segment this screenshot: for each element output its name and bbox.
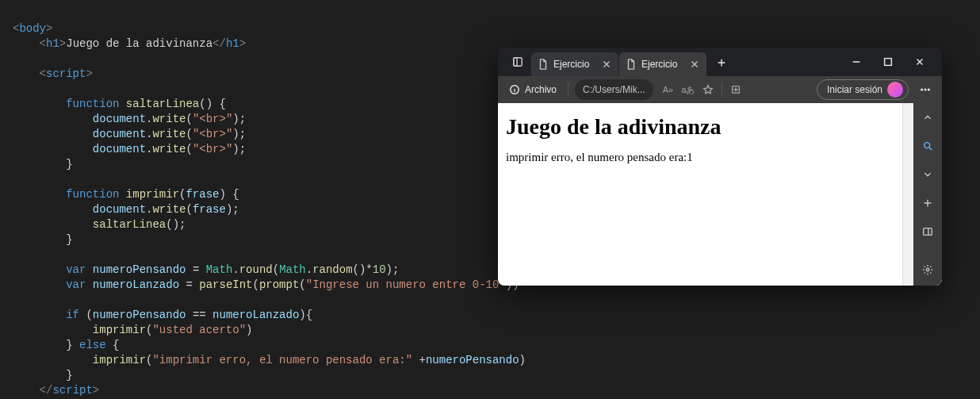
window-minimize-button[interactable] [840,51,872,73]
page-body-text: imprimir erro, el numero pensado era:1 [506,151,894,164]
edge-sidebar [913,103,942,286]
signin-label: Iniciar sesión [827,84,882,95]
svg-point-5 [921,89,923,90]
url-scheme-label: Archivo [525,84,557,95]
file-icon [626,59,637,70]
svg-rect-2 [885,59,892,66]
divider [568,82,568,97]
window-maximize-button[interactable] [872,51,904,73]
tab-title: Ejercicio [641,59,677,70]
plus-icon[interactable] [917,192,939,214]
svg-rect-1 [514,58,517,67]
svg-point-10 [926,268,929,271]
new-tab-button[interactable] [710,52,733,74]
svg-rect-0 [514,58,523,67]
search-icon[interactable] [917,135,939,157]
svg-rect-9 [924,228,932,236]
signin-button[interactable]: Iniciar sesión [817,79,909,100]
page-scrollbar[interactable] [902,103,913,286]
h1-text: Juego de la adivinanza [66,37,212,50]
browser-tabbar: Ejercicio Ejercicio [498,48,942,76]
chevron-down-icon[interactable] [917,163,939,186]
favorites-icon[interactable] [702,84,714,95]
site-info-button[interactable]: Archivo [504,79,561,100]
page-heading: Juego de la adivinanza [506,114,894,140]
tab-actions-button[interactable] [507,52,528,72]
svg-point-7 [928,89,930,90]
panel-icon[interactable] [917,221,939,243]
divider [722,82,722,97]
close-icon[interactable] [601,59,612,70]
browser-tab-1[interactable]: Ejercicio [531,52,618,76]
browser-address-bar: Archivo C:/Users/Mik... A» aあ Iniciar se… [498,76,942,103]
browser-window: Ejercicio Ejercicio Archivo C:/Users/Mik… [498,48,942,286]
page-content: Juego de la adivinanza imprimir erro, el… [498,103,902,286]
close-icon[interactable] [689,59,700,70]
tab-title: Ejercicio [553,59,589,70]
file-icon [538,59,549,70]
url-path[interactable]: C:/Users/Mik... [575,79,653,100]
chevron-up-icon[interactable] [917,106,939,129]
page-viewport: Juego de la adivinanza imprimir erro, el… [498,103,942,286]
svg-point-6 [924,89,926,90]
avatar [887,82,903,98]
collections-icon[interactable] [730,84,741,95]
svg-point-8 [924,143,930,148]
menu-dots-button[interactable] [915,84,936,95]
browser-tab-2-active[interactable]: Ejercicio [619,52,706,76]
gear-icon[interactable] [917,259,939,281]
translate-icon[interactable]: aあ [681,84,695,96]
read-aloud-icon[interactable]: A» [663,85,673,94]
window-close-button[interactable] [904,51,936,73]
